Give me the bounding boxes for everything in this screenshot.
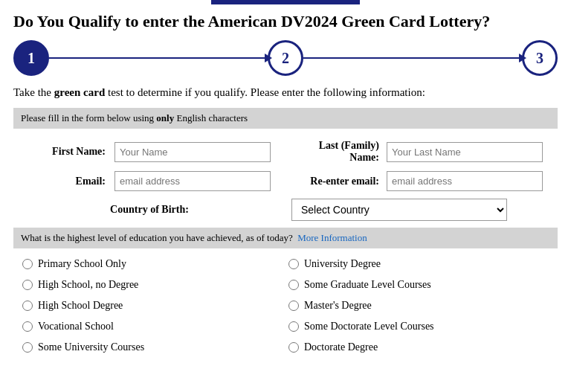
country-select-cell: Select Country bbox=[286, 195, 558, 225]
last-name-label: Last (Family)Name: bbox=[286, 136, 382, 167]
radio-option-masters[interactable]: Master's Degree bbox=[286, 296, 552, 315]
email-cell bbox=[110, 167, 286, 195]
country-select[interactable]: Select Country bbox=[291, 199, 507, 221]
email-row: Email: Re-enter email: bbox=[13, 167, 558, 195]
education-banner: What is the highest level of education y… bbox=[13, 228, 558, 248]
education-options: Primary School OnlyUniversity DegreeHigh… bbox=[13, 254, 558, 357]
radio-option-grad-courses[interactable]: Some Graduate Level Courses bbox=[286, 275, 552, 295]
step-2-circle: 2 bbox=[268, 40, 303, 76]
radio-label-hs-no-degree: High School, no Degree bbox=[38, 279, 138, 291]
radio-option-some-university[interactable]: Some University Courses bbox=[19, 338, 286, 357]
name-row: First Name: Last (Family)Name: bbox=[13, 136, 558, 167]
form-banner: Please fill in the form below using only… bbox=[13, 108, 558, 129]
radio-label-doctorate-courses: Some Doctorate Level Courses bbox=[304, 321, 434, 332]
last-name-cell bbox=[382, 136, 558, 167]
radio-label-primary: Primary School Only bbox=[38, 258, 126, 270]
more-information-link[interactable]: More Information bbox=[297, 232, 367, 243]
step-line-1 bbox=[49, 57, 268, 59]
radio-input-university[interactable] bbox=[288, 259, 299, 269]
radio-label-university: University Degree bbox=[304, 258, 381, 270]
radio-label-some-university: Some University Courses bbox=[38, 341, 144, 353]
radio-input-hs-no-degree[interactable] bbox=[22, 280, 33, 290]
form-table: First Name: Last (Family)Name: Email: Re… bbox=[13, 136, 558, 225]
step-indicator: 1 2 3 bbox=[13, 40, 558, 76]
radio-option-hs-degree[interactable]: High School Degree bbox=[19, 296, 286, 315]
step-line-2 bbox=[303, 57, 522, 59]
first-name-cell bbox=[110, 136, 286, 167]
radio-input-hs-degree[interactable] bbox=[22, 301, 33, 311]
last-name-input[interactable] bbox=[387, 142, 543, 162]
country-label: Country of Birth: bbox=[13, 195, 286, 225]
radio-label-grad-courses: Some Graduate Level Courses bbox=[304, 279, 431, 291]
step-3-circle: 3 bbox=[522, 40, 558, 76]
re-email-input[interactable] bbox=[387, 171, 543, 191]
form-banner-text: Please fill in the form below using only… bbox=[21, 112, 248, 123]
radio-input-vocational[interactable] bbox=[22, 321, 33, 332]
main-container: Do You Qualify to enter the American DV2… bbox=[0, 4, 571, 364]
radio-option-vocational[interactable]: Vocational School bbox=[19, 317, 286, 336]
radio-label-vocational: Vocational School bbox=[38, 321, 114, 332]
email-label: Email: bbox=[13, 167, 110, 195]
radio-label-masters: Master's Degree bbox=[304, 300, 372, 312]
radio-input-doctorate[interactable] bbox=[288, 342, 299, 353]
radio-option-university[interactable]: University Degree bbox=[286, 254, 552, 274]
radio-option-hs-no-degree[interactable]: High School, no Degree bbox=[19, 275, 286, 295]
radio-input-doctorate-courses[interactable] bbox=[288, 321, 299, 332]
radio-option-primary[interactable]: Primary School Only bbox=[19, 254, 286, 274]
radio-input-primary[interactable] bbox=[22, 259, 33, 269]
radio-input-masters[interactable] bbox=[288, 301, 299, 311]
page-title: Do You Qualify to enter the American DV2… bbox=[13, 12, 558, 31]
first-name-label: First Name: bbox=[13, 136, 110, 167]
subtitle: Take the green card test to determine if… bbox=[13, 86, 558, 99]
radio-input-grad-courses[interactable] bbox=[288, 280, 299, 290]
radio-option-doctorate[interactable]: Doctorate Degree bbox=[286, 338, 552, 357]
radio-option-doctorate-courses[interactable]: Some Doctorate Level Courses bbox=[286, 317, 552, 336]
radio-input-some-university[interactable] bbox=[22, 342, 33, 353]
radio-label-doctorate: Doctorate Degree bbox=[304, 341, 378, 353]
education-banner-text: What is the highest level of education y… bbox=[21, 232, 293, 243]
first-name-input[interactable] bbox=[114, 142, 271, 162]
country-row: Country of Birth: Select Country bbox=[13, 195, 558, 225]
radio-label-hs-degree: High School Degree bbox=[38, 300, 123, 312]
step-1-circle: 1 bbox=[13, 40, 49, 76]
re-email-label: Re-enter email: bbox=[286, 167, 382, 195]
email-input[interactable] bbox=[114, 171, 271, 191]
re-email-cell bbox=[382, 167, 558, 195]
